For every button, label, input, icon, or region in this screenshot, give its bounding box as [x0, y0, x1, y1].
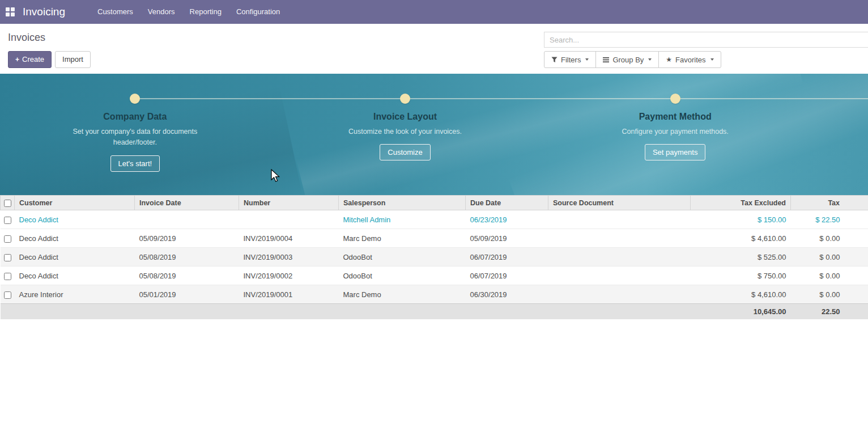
step-title: Company Data	[0, 112, 270, 122]
select-all-checkbox[interactable]	[4, 200, 11, 207]
row-checkbox-cell	[1, 248, 15, 267]
col-source-document[interactable]: Source Document	[548, 196, 691, 210]
row-checkbox[interactable]	[4, 273, 11, 280]
cell-salesperson: OdooBot	[339, 267, 466, 285]
cell-salesperson: Marc Demo	[339, 229, 466, 248]
cell-invoice-date: 05/01/2019	[135, 285, 239, 304]
filters-button[interactable]: Filters	[544, 51, 596, 68]
col-invoice-date[interactable]: Invoice Date	[135, 196, 239, 210]
invoice-list: Customer Invoice Date Number Salesperson…	[0, 195, 868, 319]
onboarding-step-payment-method: Payment Method Configure your payment me…	[540, 74, 810, 172]
table-header-row: Customer Invoice Date Number Salesperson…	[1, 196, 868, 210]
col-tax[interactable]: Tax	[791, 196, 868, 210]
cell-tax-excluded: $ 150.00	[691, 210, 791, 229]
app-title[interactable]: Invoicing	[23, 6, 65, 18]
totals-row: 10,645.00 22.50	[1, 304, 868, 319]
row-checkbox[interactable]	[4, 217, 11, 224]
cell-tax-excluded: $ 750.00	[691, 267, 791, 285]
cell-customer: Deco Addict	[15, 229, 135, 248]
import-button[interactable]: Import	[55, 51, 91, 68]
caret-down-icon	[585, 58, 589, 61]
group-by-icon	[603, 57, 609, 63]
caret-down-icon	[710, 58, 714, 61]
cell-source-document	[548, 285, 691, 304]
customize-button[interactable]: Customize	[380, 144, 430, 160]
col-tax-excluded[interactable]: Tax Excluded	[691, 196, 791, 210]
cell-tax: $ 22.50	[791, 210, 868, 229]
row-checkbox[interactable]	[4, 254, 11, 261]
select-all-cell	[1, 196, 15, 210]
step-title: Invoice Layout	[270, 112, 541, 122]
lets-start-button[interactable]: Let's start!	[110, 155, 160, 172]
cell-due-date: 06/07/2019	[466, 248, 548, 267]
cell-due-date: 06/23/2019	[466, 210, 548, 229]
search-options: Filters Group By ★ Favorites	[544, 51, 721, 68]
cell-source-document	[548, 267, 691, 285]
table-row[interactable]: Azure Interior05/01/2019INV/2019/0001Mar…	[1, 285, 868, 304]
step-dot-icon	[400, 94, 410, 104]
nav-menu-customers[interactable]: Customers	[90, 0, 141, 24]
cell-number: INV/2019/0001	[239, 285, 339, 304]
table-row[interactable]: Deco Addict05/08/2019INV/2019/0003OdooBo…	[1, 248, 868, 267]
row-checkbox-cell	[1, 210, 15, 229]
nav-menu-reporting[interactable]: Reporting	[182, 0, 229, 24]
cell-number: INV/2019/0002	[239, 267, 339, 285]
onboarding-step-invoice-layout: Invoice Layout Customize the look of you…	[270, 74, 541, 172]
col-customer[interactable]: Customer	[15, 196, 135, 210]
table-row[interactable]: Deco Addict05/08/2019INV/2019/0002OdooBo…	[1, 267, 868, 285]
cell-invoice-date: 05/08/2019	[135, 267, 239, 285]
cell-tax: $ 0.00	[791, 248, 868, 267]
step-dot-icon	[670, 94, 680, 104]
nav-menu-vendors[interactable]: Vendors	[141, 0, 182, 24]
step-description: Configure your payment methods.	[610, 126, 741, 137]
step-description: Set your company's data for documents he…	[69, 126, 201, 149]
row-checkbox-cell	[1, 229, 15, 248]
search-input[interactable]	[550, 36, 863, 44]
set-payments-button[interactable]: Set payments	[645, 144, 706, 160]
cell-tax: $ 0.00	[791, 267, 868, 285]
row-checkbox[interactable]	[4, 291, 11, 299]
cell-tax-excluded: $ 4,610.00	[691, 285, 791, 304]
cell-number: INV/2019/0003	[239, 248, 339, 267]
onboarding-step-company-data: Company Data Set your company's data for…	[0, 74, 270, 172]
cell-salesperson: Marc Demo	[339, 285, 466, 304]
search-box	[544, 32, 868, 48]
cell-tax-excluded: $ 4,610.00	[691, 229, 791, 248]
apps-menu-icon[interactable]	[6, 7, 15, 16]
top-nav: Invoicing Customers Vendors Reporting Co…	[0, 0, 868, 24]
group-by-button[interactable]: Group By	[595, 51, 659, 68]
cell-customer: Azure Interior	[15, 285, 135, 304]
caret-down-icon	[648, 58, 652, 61]
cell-number	[239, 210, 339, 229]
col-salesperson[interactable]: Salesperson	[339, 196, 466, 210]
cell-source-document	[548, 210, 691, 229]
onboarding-steps: Company Data Set your company's data for…	[0, 74, 810, 172]
col-number[interactable]: Number	[239, 196, 339, 210]
create-button[interactable]: +Create	[8, 51, 52, 68]
cell-number: INV/2019/0004	[239, 229, 339, 248]
cell-customer: Deco Addict	[15, 248, 135, 267]
row-checkbox-cell	[1, 285, 15, 304]
nav-menu: Customers Vendors Reporting Configuratio…	[90, 0, 287, 24]
cell-source-document	[548, 229, 691, 248]
table-row[interactable]: Deco Addict05/09/2019INV/2019/0004Marc D…	[1, 229, 868, 248]
cell-salesperson: OdooBot	[339, 248, 466, 267]
table-row[interactable]: Deco AddictMitchell Admin06/23/2019$ 150…	[1, 210, 868, 229]
nav-menu-configuration[interactable]: Configuration	[229, 0, 287, 24]
favorites-button[interactable]: ★ Favorites	[658, 51, 721, 68]
step-title: Payment Method	[540, 112, 810, 122]
cell-due-date: 05/09/2019	[466, 229, 548, 248]
plus-icon: +	[15, 56, 19, 64]
control-panel: Invoices +Create Import Filters Group By…	[0, 24, 868, 74]
cell-invoice-date: 05/09/2019	[135, 229, 239, 248]
row-checkbox[interactable]	[4, 235, 11, 243]
col-due-date[interactable]: Due Date	[466, 196, 548, 210]
cell-invoice-date: 05/08/2019	[135, 248, 239, 267]
funnel-icon	[551, 57, 558, 63]
cell-customer: Deco Addict	[15, 210, 135, 229]
action-buttons: +Create Import	[8, 51, 860, 68]
cell-tax-excluded: $ 525.00	[691, 248, 791, 267]
cell-due-date: 06/30/2019	[466, 285, 548, 304]
step-dot-icon	[130, 94, 140, 104]
cell-tax: $ 0.00	[791, 285, 868, 304]
